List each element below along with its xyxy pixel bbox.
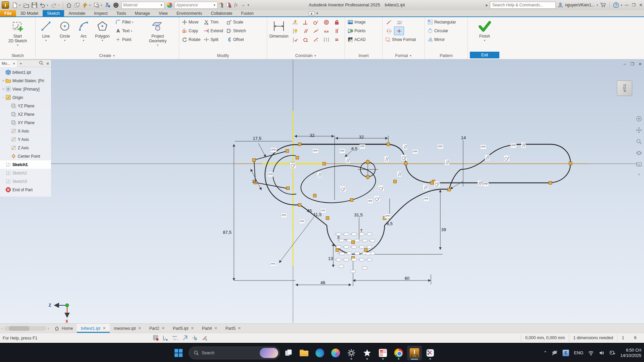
tab-environments[interactable]: Environments	[172, 10, 206, 16]
browser-item-sketch3[interactable]: Sketch3	[0, 177, 51, 186]
constraint-smooth-button[interactable]	[311, 35, 321, 44]
fx-parameters-icon[interactable]: fx	[232, 1, 240, 9]
panel-label-format[interactable]: Format▼	[383, 52, 425, 59]
constraint-autodim-button[interactable]	[290, 18, 300, 27]
polygon-button[interactable]: Polygon ▾	[93, 18, 111, 52]
ink-app-button[interactable]	[360, 346, 375, 360]
sketch-dimension[interactable]: 6,5	[351, 146, 357, 151]
measure-preview-icon[interactable]	[93, 1, 100, 9]
project-caret[interactable]: ▾	[157, 44, 158, 47]
image-button[interactable]: Image	[346, 18, 367, 27]
constraint-vertical-button[interactable]	[332, 27, 342, 35]
tree-expand-icon[interactable]: +	[1, 87, 5, 91]
orbit-icon[interactable]	[636, 150, 642, 156]
project-geometry-button[interactable]: ProjectGeometry ▾	[146, 18, 170, 52]
browser-item-yz-plane[interactable]: YZ Plane	[0, 102, 51, 110]
navbar-more-caret[interactable]: ▾	[638, 173, 640, 176]
browser-item-model-states-pri[interactable]: +Model States: [Pri	[0, 76, 51, 85]
color-wheel-icon[interactable]	[166, 1, 173, 9]
undo-icon[interactable]	[39, 1, 46, 9]
file-explorer-button[interactable]	[297, 346, 311, 360]
user-avatar-icon[interactable]	[558, 2, 563, 8]
doc-minimize-button[interactable]: –	[622, 61, 627, 67]
center-point-toggle[interactable]	[394, 27, 404, 35]
dimension-button[interactable]: Dimension	[268, 18, 289, 52]
minimize-button[interactable]: —	[624, 2, 629, 8]
store-cart-icon[interactable]	[600, 2, 606, 8]
clear-appearance-icon[interactable]	[225, 1, 232, 9]
redo-caret[interactable]: ▾	[58, 4, 61, 7]
new-file-icon[interactable]	[11, 1, 18, 9]
sketch-dimension[interactable]: 87,5	[223, 230, 231, 235]
fillet-button[interactable]: Fillet▾	[114, 18, 145, 27]
inventor-taskbar-button[interactable]: IPRO	[407, 346, 422, 360]
constraint-csettings-button[interactable]	[290, 27, 300, 35]
panel-label-constrain[interactable]: Constrain▼	[267, 52, 345, 59]
constraint-circleg-button[interactable]	[300, 35, 311, 44]
sketch-dimension[interactable]: 3	[337, 235, 339, 240]
grid-snap-icon[interactable]	[153, 335, 159, 341]
browser-add-icon[interactable]: +	[17, 61, 24, 66]
dimension-display-icon[interactable]: +/-	[172, 335, 179, 341]
chrome-button[interactable]	[391, 346, 406, 360]
sketch-dimension[interactable]: 46	[320, 280, 325, 285]
inventor-app-icon[interactable]: I	[2, 1, 9, 9]
volume-icon[interactable]	[599, 350, 605, 356]
panel-label-create[interactable]: Create▼	[36, 52, 179, 59]
help-search-input[interactable]: Search Help & Commands...	[490, 2, 556, 9]
split-button[interactable]: Split	[202, 35, 224, 44]
snipping-tool-button[interactable]	[423, 346, 438, 360]
finish-sketch-button[interactable]: Finish ▾	[472, 18, 498, 52]
signed-in-user[interactable]: nguyenVKien1...	[565, 3, 595, 7]
polygon-caret[interactable]: ▾	[102, 39, 103, 42]
preview-caret[interactable]: ▾	[101, 4, 103, 7]
help-caret[interactable]: ▾	[621, 4, 622, 7]
browser-item-xz-plane[interactable]: XZ Plane	[0, 110, 51, 118]
start-caret[interactable]: ▾	[17, 44, 18, 47]
centerline-toggle[interactable]	[384, 27, 394, 35]
text-caret[interactable]: ▾	[131, 30, 132, 33]
doc-restore-button[interactable]: ❐	[630, 61, 635, 67]
circle-button[interactable]: Circle ▾	[56, 18, 74, 52]
trim-button[interactable]: Trim	[202, 18, 224, 27]
finish-caret[interactable]: ▾	[484, 39, 485, 42]
material-dropdown[interactable]: Material ▼	[121, 2, 164, 9]
tree-expand-icon[interactable]: +	[1, 79, 5, 83]
fillet-caret[interactable]: ▾	[132, 21, 133, 24]
sketch-doctor-icon[interactable]	[201, 335, 208, 341]
material-wheel-icon[interactable]	[112, 1, 119, 9]
ribbon-collapse-caret[interactable]: ▼	[316, 12, 319, 15]
doc-tab-part4[interactable]: Part4✕	[198, 324, 221, 333]
edge-button[interactable]	[312, 346, 327, 360]
mirror-pattern-button[interactable]: Mirror	[426, 35, 457, 44]
extend-button[interactable]: Extend	[202, 27, 224, 35]
viewcube[interactable]: TOP	[617, 81, 632, 96]
copy-button[interactable]: 07Copy	[181, 27, 202, 35]
tray-language[interactable]: ENG	[574, 350, 583, 355]
onedrive-paused-icon[interactable]	[552, 350, 558, 356]
rectangular-pattern-button[interactable]: Rectangular	[426, 18, 457, 27]
settings-button[interactable]	[344, 346, 359, 360]
browser-item-x-axis[interactable]: X Axis	[0, 127, 51, 135]
task-view-button[interactable]	[281, 346, 296, 360]
tab-manage[interactable]: Manage	[131, 10, 154, 16]
sketch-dimension[interactable]: 6,5	[387, 221, 393, 226]
tab-collaborate[interactable]: Collaborate	[206, 10, 237, 16]
sketch-dimension[interactable]: 13	[328, 256, 333, 261]
tab-annotate[interactable]: Annotate	[64, 10, 90, 16]
redo-icon[interactable]	[50, 1, 57, 9]
doc-tab-part2[interactable]: Part2✕	[145, 324, 169, 333]
browser-item-xy-plane[interactable]: XY Plane	[0, 118, 51, 127]
doc-tab-close-icon[interactable]: ✕	[138, 326, 141, 330]
close-button[interactable]: ✕	[638, 2, 643, 8]
browser-item-center-point[interactable]: Center Point	[0, 152, 51, 160]
home-icon[interactable]	[65, 1, 72, 9]
doc-tab-close-icon[interactable]: ✕	[103, 326, 106, 330]
sketch-dimension[interactable]: 31,5	[354, 212, 362, 217]
sketch-dimension[interactable]: 17	[252, 179, 257, 184]
arc-caret[interactable]: ▾	[83, 39, 84, 42]
tab-scroll-right-icon[interactable]: ›	[48, 326, 49, 331]
doc-close-button[interactable]: ✕	[638, 61, 643, 67]
search-expand-arrow[interactable]: ▸	[486, 3, 488, 7]
point-button[interactable]: Point	[114, 35, 145, 44]
